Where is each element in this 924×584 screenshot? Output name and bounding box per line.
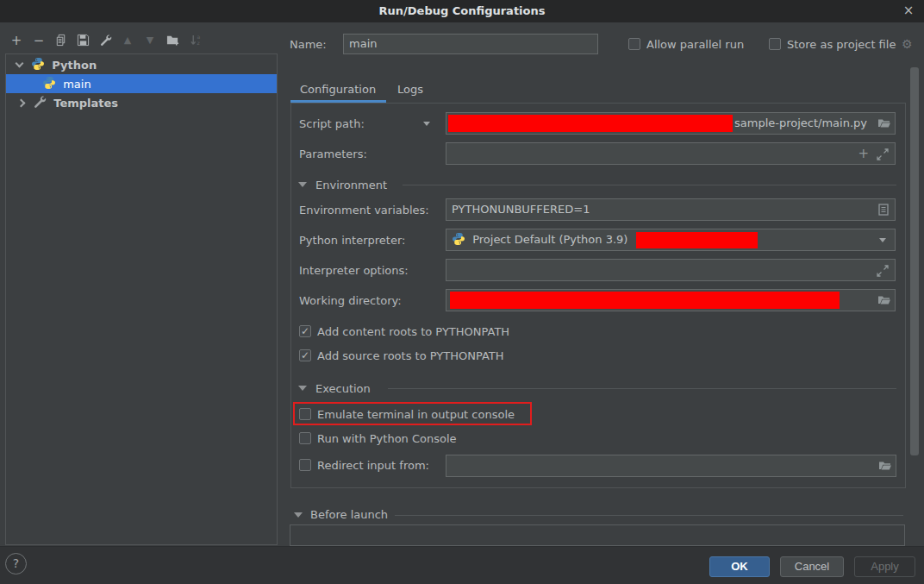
before-launch-section-label: Before launch: [310, 508, 388, 521]
script-path-input[interactable]: sample-project/main.py: [446, 112, 896, 135]
expand-icon[interactable]: [876, 264, 890, 278]
tree-item-main[interactable]: main: [6, 74, 277, 93]
tree-item-python[interactable]: Python: [6, 55, 277, 74]
emulate-terminal-checkbox[interactable]: [299, 408, 311, 420]
name-value: main: [349, 37, 377, 50]
gear-icon[interactable]: ⚙: [902, 37, 913, 51]
save-icon: [77, 35, 90, 50]
store-as-project-file-label: Store as project file: [787, 38, 896, 51]
redirect-input-label: Redirect input from:: [317, 459, 429, 472]
folder-open-icon[interactable]: [877, 116, 891, 130]
wrench-icon: [99, 35, 112, 50]
python-icon: [452, 232, 465, 246]
copy-configuration-button[interactable]: [53, 33, 68, 48]
section-rule: [403, 185, 896, 185]
add-content-roots-checkbox[interactable]: ✓: [299, 325, 311, 337]
interpreter-dropdown-icon[interactable]: [879, 238, 886, 242]
dialog-title: Run/Debug Configurations: [0, 0, 924, 22]
cancel-button[interactable]: Cancel: [780, 556, 844, 577]
plus-icon: +: [11, 33, 22, 48]
store-as-project-file-checkbox[interactable]: [769, 38, 781, 50]
working-directory-label: Working directory:: [299, 294, 402, 307]
emulate-terminal-label: Emulate terminal in output console: [317, 408, 515, 421]
tree-item-label: main: [63, 78, 91, 91]
tab-configuration[interactable]: Configuration: [300, 83, 376, 96]
arrow-up-icon: ▲: [124, 35, 131, 46]
plus-icon[interactable]: +: [858, 143, 869, 164]
add-configuration-button[interactable]: +: [9, 33, 24, 48]
tab-logs[interactable]: Logs: [397, 83, 423, 96]
section-rule: [395, 515, 903, 516]
python-interpreter-label: Python interpreter:: [299, 234, 405, 247]
remove-configuration-button[interactable]: −: [31, 33, 47, 48]
interpreter-options-label: Interpreter options:: [299, 264, 409, 277]
python-interpreter-select[interactable]: Project Default (Python 3.9): [446, 229, 896, 251]
before-launch-task-list[interactable]: [290, 524, 905, 546]
tree-item-templates[interactable]: Templates: [6, 93, 277, 112]
expand-icon[interactable]: [876, 148, 890, 161]
script-path-label: Script path:: [299, 117, 365, 130]
parameters-input[interactable]: +: [446, 142, 896, 165]
redaction-bar: [448, 115, 733, 132]
section-rule: [388, 388, 896, 389]
execution-collapse-icon[interactable]: [298, 386, 307, 391]
move-up-button[interactable]: ▲: [120, 33, 135, 48]
working-directory-input[interactable]: [446, 289, 896, 311]
save-configuration-button[interactable]: [75, 33, 91, 48]
interpreter-options-input[interactable]: [446, 259, 896, 281]
name-label: Name:: [290, 38, 327, 51]
new-folder-button[interactable]: [165, 33, 180, 48]
redirect-input-input[interactable]: [446, 455, 896, 477]
edit-templates-button[interactable]: [97, 33, 113, 48]
before-launch-collapse-icon[interactable]: [294, 512, 303, 518]
environment-variables-value: PYTHONUNBUFFERED=1: [452, 203, 590, 216]
environment-collapse-icon[interactable]: [298, 182, 307, 187]
redaction-bar: [636, 232, 758, 248]
apply-button[interactable]: Apply: [854, 556, 915, 577]
add-source-roots-label: Add source roots to PYTHONPATH: [317, 349, 504, 362]
parameters-label: Parameters:: [299, 148, 367, 160]
folder-open-icon[interactable]: [878, 459, 892, 473]
folder-open-icon[interactable]: [877, 293, 891, 307]
minus-icon: −: [34, 33, 45, 48]
vertical-scrollbar-thumb[interactable]: [910, 67, 919, 455]
add-content-roots-label: Add content roots to PYTHONPATH: [317, 325, 509, 338]
redirect-input-checkbox[interactable]: [299, 459, 311, 471]
python-interpreter-value: Project Default (Python 3.9): [472, 233, 627, 246]
browse-variables-icon[interactable]: [877, 203, 890, 217]
execution-section-label: Execution: [315, 382, 371, 395]
title-bar: Run/Debug Configurations ×: [0, 0, 924, 22]
redaction-bar: [450, 292, 840, 309]
move-down-button[interactable]: ▼: [142, 33, 158, 48]
sort-az-icon: [190, 35, 203, 50]
chevron-down-icon[interactable]: [16, 60, 24, 68]
wrench-icon: [33, 95, 47, 109]
sort-configurations-button[interactable]: [188, 33, 203, 48]
check-icon: ✓: [301, 349, 309, 361]
environment-variables-input[interactable]: PYTHONUNBUFFERED=1: [446, 198, 896, 221]
run-debug-configurations-dialog: Run/Debug Configurations × + − ▲ ▼ Pytho…: [0, 0, 924, 584]
allow-parallel-run-checkbox[interactable]: [628, 38, 640, 50]
configurations-tree: Python main Templates: [5, 53, 278, 545]
folder-add-icon: [166, 35, 179, 50]
ok-button[interactable]: OK: [709, 556, 770, 577]
chevron-right-icon[interactable]: [17, 99, 26, 108]
arrow-down-icon: ▼: [147, 35, 153, 46]
run-with-python-console-label: Run with Python Console: [317, 432, 457, 445]
tree-item-label: Python: [52, 59, 97, 72]
python-icon: [42, 76, 56, 90]
allow-parallel-run-label: Allow parallel run: [646, 38, 744, 51]
environment-section-label: Environment: [315, 179, 387, 192]
add-source-roots-checkbox[interactable]: ✓: [299, 349, 311, 361]
name-input[interactable]: main: [343, 34, 598, 54]
help-button[interactable]: ?: [5, 553, 27, 575]
environment-variables-label: Environment variables:: [299, 204, 429, 217]
run-with-python-console-checkbox[interactable]: [299, 432, 311, 444]
script-path-dropdown-icon[interactable]: [423, 122, 430, 126]
python-icon: [31, 57, 45, 71]
check-icon: ✓: [301, 325, 309, 337]
script-path-value: sample-project/main.py: [734, 113, 867, 134]
copy-icon: [54, 35, 67, 50]
tree-item-label: Templates: [53, 97, 118, 110]
close-icon[interactable]: ×: [900, 0, 917, 22]
